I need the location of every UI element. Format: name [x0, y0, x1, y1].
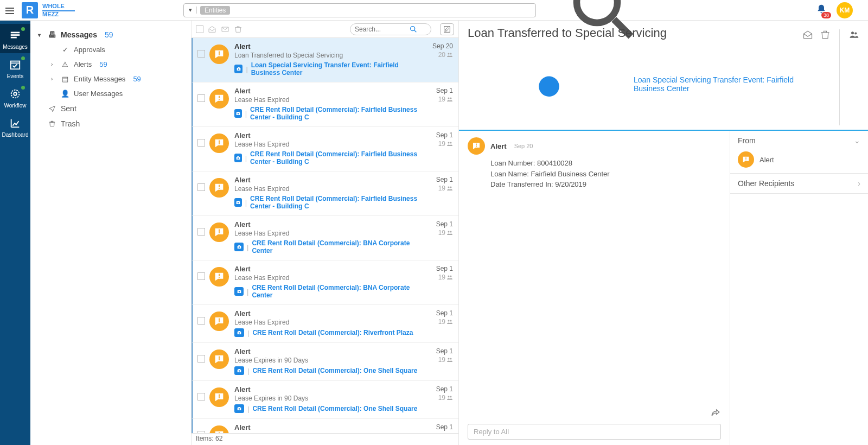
- message-date: Sep 20: [423, 42, 453, 50]
- compose-button[interactable]: [440, 23, 454, 35]
- message-title: Alert: [234, 423, 423, 431]
- message-title: Alert: [234, 385, 423, 393]
- nav-events[interactable]: Events: [0, 53, 30, 82]
- message-link[interactable]: CRE Rent Roll Detail (Commercial): River…: [252, 329, 413, 336]
- message-date: Sep 1: [423, 265, 453, 272]
- nav-messages[interactable]: Messages: [0, 24, 30, 53]
- nav-dashboard[interactable]: Dashboard: [0, 112, 30, 141]
- message-checkbox[interactable]: [197, 317, 205, 325]
- message-date: Sep 1: [423, 423, 453, 431]
- message-subject: Lease Has Expired: [234, 96, 423, 104]
- notifications-bell[interactable]: 38: [816, 4, 827, 16]
- mark-unread-icon[interactable]: [221, 25, 229, 34]
- message-date: Sep 1: [423, 87, 453, 94]
- message-view-count: 19: [423, 185, 453, 192]
- folder-panel: ▾ 🖶 Messages 59 ✓Approvals›⚠Alerts59›▤En…: [30, 21, 191, 445]
- delete-icon[interactable]: [234, 25, 242, 34]
- message-subject: Lease Expires in 90 Days: [234, 433, 423, 433]
- message-view-count: 20: [423, 51, 453, 59]
- message-link[interactable]: CRE Rent Roll Detail (Commercial): Fairf…: [250, 106, 423, 121]
- recipients-icon[interactable]: [848, 29, 859, 40]
- message-view-count: 19: [423, 394, 453, 402]
- other-recipients-header[interactable]: Other Recipients ›: [738, 179, 860, 188]
- message-item[interactable]: AlertLease Has Expired|CRE Rent Roll Det…: [192, 127, 458, 171]
- list-search-input[interactable]: [355, 26, 409, 33]
- message-item[interactable]: AlertLease Has Expired|CRE Rent Roll Det…: [192, 216, 458, 260]
- reading-body-text: Loan Number: 800410028Loan Name: Fairfie…: [490, 158, 721, 190]
- alert-icon: [209, 89, 229, 109]
- messages-icon: 🖶: [48, 30, 56, 39]
- message-checkbox[interactable]: [197, 183, 205, 191]
- message-checkbox[interactable]: [197, 139, 205, 147]
- message-link[interactable]: CRE Rent Roll Detail (Commercial): BNA C…: [252, 239, 423, 255]
- entity-search[interactable]: ▾ Entities: [183, 3, 536, 17]
- message-link[interactable]: CRE Rent Roll Detail (Commercial): One S…: [252, 367, 417, 374]
- folder-sent[interactable]: Sent: [36, 101, 186, 116]
- message-link[interactable]: Loan Special Servicing Transfer Event: F…: [251, 61, 423, 77]
- message-checkbox[interactable]: [197, 431, 205, 433]
- message-item[interactable]: AlertLease Expires in 90 Days|CRE Rent R…: [192, 419, 458, 433]
- alert-icon: [209, 349, 229, 369]
- reply-input[interactable]: Reply to All: [468, 424, 721, 440]
- folder-trash[interactable]: Trash: [36, 116, 186, 131]
- message-item[interactable]: AlertLease Expires in 90 Days|CRE Rent R…: [192, 343, 458, 381]
- list-footer-count: Items: 62: [192, 433, 458, 445]
- message-item[interactable]: AlertLease Expires in 90 Days|CRE Rent R…: [192, 381, 458, 419]
- message-link[interactable]: CRE Rent Roll Detail (Commercial): Fairf…: [250, 150, 423, 166]
- camera-icon: [234, 198, 242, 207]
- camera-icon: [234, 154, 242, 162]
- trash-icon[interactable]: [820, 29, 831, 40]
- message-date: Sep 1: [423, 385, 453, 393]
- folder-alerts[interactable]: ›⚠Alerts59: [49, 57, 186, 72]
- message-subject: Lease Has Expired: [234, 230, 423, 237]
- open-envelope-icon[interactable]: [802, 29, 813, 40]
- message-checkbox[interactable]: [197, 355, 205, 363]
- message-subject: Lease Has Expired: [234, 141, 423, 148]
- share-icon[interactable]: [710, 408, 721, 420]
- message-item[interactable]: AlertLoan Transferred to Special Servici…: [192, 38, 458, 82]
- list-toolbar: [192, 21, 458, 38]
- message-checkbox[interactable]: [197, 272, 205, 280]
- message-link[interactable]: CRE Rent Roll Detail (Commercial): Fairf…: [250, 195, 423, 210]
- hamburger-menu[interactable]: [4, 5, 15, 16]
- message-checkbox[interactable]: [197, 94, 205, 102]
- user-avatar[interactable]: KM: [837, 2, 853, 18]
- sent-icon: [48, 105, 56, 112]
- alert-icon: [209, 134, 229, 153]
- search-scope-tag[interactable]: Entities: [200, 6, 230, 15]
- message-link[interactable]: CRE Rent Roll Detail (Commercial): BNA C…: [252, 284, 423, 299]
- alert-icon: [209, 44, 229, 64]
- folder-approvals[interactable]: ✓Approvals: [49, 42, 186, 57]
- message-date: Sep 1: [423, 131, 453, 139]
- app-logo[interactable]: R: [22, 2, 38, 18]
- folder-user-messages[interactable]: 👤User Messages: [49, 86, 186, 101]
- alert-icon: [209, 312, 229, 331]
- message-item[interactable]: AlertLease Has Expired|CRE Rent Roll Det…: [192, 171, 458, 216]
- message-view-count: 19: [423, 96, 453, 103]
- message-item[interactable]: AlertLease Has Expired|CRE Rent Roll Det…: [192, 305, 458, 343]
- camera-icon: [234, 328, 244, 337]
- message-subject: Lease Has Expired: [234, 274, 423, 282]
- alert-icon: [209, 425, 229, 433]
- select-all-checkbox[interactable]: [196, 26, 203, 33]
- nav-workflow[interactable]: Workflow: [0, 82, 30, 112]
- search-scope-dropdown[interactable]: ▾: [184, 7, 197, 14]
- message-checkbox[interactable]: [197, 50, 205, 58]
- message-checkbox[interactable]: [197, 228, 205, 236]
- message-link[interactable]: CRE Rent Roll Detail (Commercial): One S…: [252, 405, 417, 412]
- message-date: Sep 1: [423, 347, 453, 355]
- mark-read-icon[interactable]: [208, 25, 216, 34]
- reading-title: Loan Transferred to Special Servicing: [468, 26, 802, 40]
- reading-msg-date: Sep 20: [514, 143, 533, 149]
- chevron-right-icon: ›: [858, 179, 860, 188]
- folder-messages-header[interactable]: ▾ 🖶 Messages 59: [36, 27, 186, 42]
- folder-entity-messages[interactable]: ›▤Entity Messages59: [49, 72, 186, 86]
- message-item[interactable]: AlertLease Has Expired|CRE Rent Roll Det…: [192, 82, 458, 127]
- message-checkbox[interactable]: [197, 393, 205, 400]
- reading-msg-title: Alert: [490, 142, 507, 150]
- message-date: Sep 1: [423, 309, 453, 317]
- reading-link[interactable]: Loan Special Servicing Transfer Event: F…: [634, 75, 802, 93]
- message-item[interactable]: AlertLease Has Expired|CRE Rent Roll Det…: [192, 260, 458, 305]
- list-search[interactable]: [350, 23, 431, 35]
- from-section-header[interactable]: From ⌄: [738, 136, 860, 145]
